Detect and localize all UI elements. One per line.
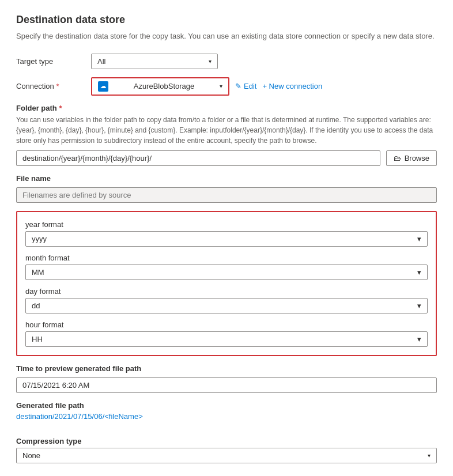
browse-icon: 🗁 [394,154,401,163]
hour-format-value: HH [32,335,43,343]
hour-format-select[interactable]: HH ▾ [25,331,428,347]
compression-type-select[interactable]: None ▾ [16,448,437,463]
year-format-label: year format [25,220,428,229]
target-type-value: All [97,57,105,66]
generated-path-label: Generated file path [16,401,437,410]
page-subtitle: Specify the destination data store for t… [16,31,437,42]
hour-format-chevron-icon: ▾ [417,335,421,343]
file-name-input[interactable] [16,187,437,203]
target-type-select[interactable]: All ▾ [91,54,218,69]
target-type-label: Target type [16,57,91,66]
connection-label: Connection * [16,82,91,90]
day-format-value: dd [32,301,40,310]
year-format-value: yyyy [32,235,47,243]
target-type-chevron-icon: ▾ [209,58,212,65]
new-connection-link[interactable]: + New connection [262,82,322,90]
month-format-chevron-icon: ▾ [417,268,421,277]
generated-path-value: destination/2021/07/15/06/<fileName> [16,412,437,421]
time-preview-label: Time to preview generated file path [16,364,437,373]
year-format-select[interactable]: yyyy ▾ [25,231,428,247]
page-title: Destination data store [16,14,437,26]
file-name-label: File name [16,174,437,183]
compression-type-value: None [22,451,40,460]
edit-icon: ✎ [235,82,241,90]
folder-path-description: You can use variables in the folder path… [16,115,437,146]
compression-type-label: Compression type [16,437,437,445]
compression-type-chevron-icon: ▾ [428,452,431,459]
edit-label: Edit [244,82,256,90]
day-format-select[interactable]: dd ▾ [25,298,428,313]
day-format-chevron-icon: ▾ [417,301,421,310]
browse-label: Browse [405,154,429,163]
month-format-select[interactable]: MM ▾ [25,265,428,280]
folder-path-label: Folder path [16,104,57,112]
time-preview-input[interactable] [16,377,437,393]
year-format-chevron-icon: ▾ [417,235,421,243]
connection-select[interactable]: ☁ AzureBlobStorage ▾ [91,77,229,96]
connection-chevron-icon: ▾ [220,83,222,89]
month-format-value: MM [32,268,44,277]
connection-value: AzureBlobStorage [134,82,195,90]
connection-azure-icon: ☁ [98,81,108,92]
hour-format-label: hour format [25,320,428,329]
month-format-label: month format [25,254,428,262]
folder-path-input[interactable] [16,150,380,166]
edit-link[interactable]: ✎ Edit [235,82,256,90]
day-format-label: day format [25,287,428,296]
new-connection-label: + New connection [262,82,322,90]
browse-button[interactable]: 🗁 Browse [386,150,437,166]
